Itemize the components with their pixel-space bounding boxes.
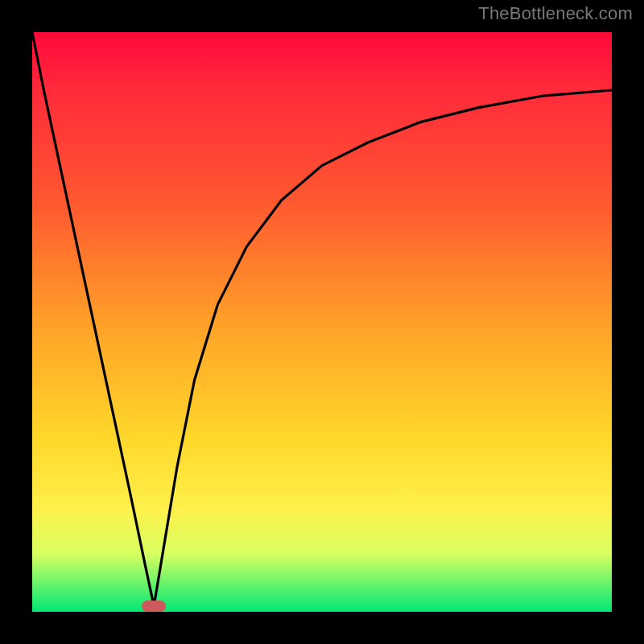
plot-area xyxy=(32,32,612,612)
minimum-marker xyxy=(142,601,166,612)
chart-frame: TheBottleneck.com xyxy=(0,0,644,644)
bottleneck-curve-path xyxy=(32,32,612,606)
curve-svg xyxy=(32,32,612,612)
watermark-text: TheBottleneck.com xyxy=(478,3,633,24)
